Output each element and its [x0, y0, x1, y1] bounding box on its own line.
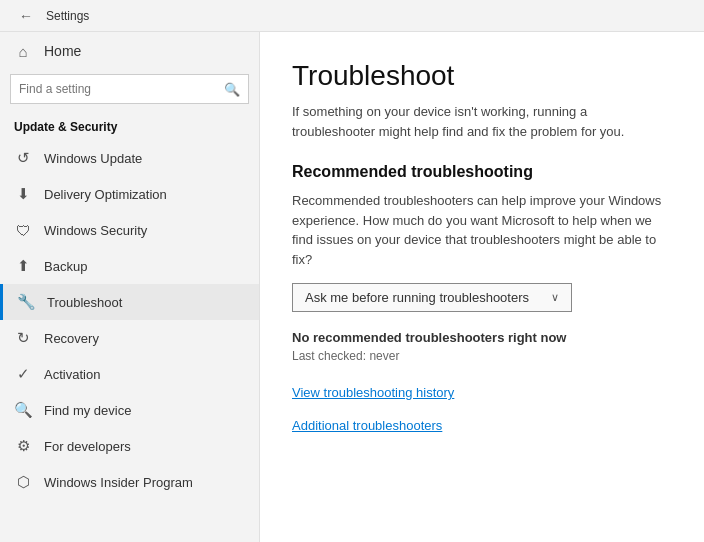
search-input[interactable]: [19, 82, 218, 96]
sidebar: ⌂ Home 🔍 Update & Security ↺Windows Upda…: [0, 32, 260, 542]
dropdown-label: Ask me before running troubleshooters: [305, 290, 529, 305]
sidebar-item-find-my-device[interactable]: 🔍Find my device: [0, 392, 259, 428]
sidebar-item-activation[interactable]: ✓Activation: [0, 356, 259, 392]
search-box[interactable]: 🔍: [10, 74, 249, 104]
backup-icon: ⬆: [14, 257, 32, 275]
view-history-link[interactable]: View troubleshooting history: [292, 385, 672, 400]
last-checked-text: Last checked: never: [292, 349, 672, 363]
troubleshooter-dropdown[interactable]: Ask me before running troubleshooters ∨: [292, 283, 572, 312]
recovery-icon: ↻: [14, 329, 32, 347]
delivery-optimization-icon: ⬇: [14, 185, 32, 203]
sidebar-item-windows-update[interactable]: ↺Windows Update: [0, 140, 259, 176]
find-my-device-icon: 🔍: [14, 401, 32, 419]
sidebar-item-label-windows-insider: Windows Insider Program: [44, 475, 193, 490]
sidebar-item-label-for-developers: For developers: [44, 439, 131, 454]
windows-security-icon: 🛡: [14, 221, 32, 239]
for-developers-icon: ⚙: [14, 437, 32, 455]
sidebar-item-windows-insider[interactable]: ⬡Windows Insider Program: [0, 464, 259, 500]
sidebar-item-home[interactable]: ⌂ Home: [0, 32, 259, 70]
recommended-desc: Recommended troubleshooters can help imp…: [292, 191, 672, 269]
chevron-down-icon: ∨: [551, 291, 559, 304]
sidebar-item-label-delivery-optimization: Delivery Optimization: [44, 187, 167, 202]
sidebar-item-label-activation: Activation: [44, 367, 100, 382]
back-icon: ←: [19, 8, 33, 24]
titlebar: ← Settings: [0, 0, 704, 32]
sidebar-item-windows-security[interactable]: 🛡Windows Security: [0, 212, 259, 248]
home-label: Home: [44, 43, 81, 59]
sidebar-section-title: Update & Security: [0, 114, 259, 140]
sidebar-item-for-developers[interactable]: ⚙For developers: [0, 428, 259, 464]
activation-icon: ✓: [14, 365, 32, 383]
sidebar-item-troubleshoot[interactable]: 🔧Troubleshoot: [0, 284, 259, 320]
sidebar-item-recovery[interactable]: ↻Recovery: [0, 320, 259, 356]
search-icon: 🔍: [224, 82, 240, 97]
back-button[interactable]: ←: [12, 2, 40, 30]
windows-insider-icon: ⬡: [14, 473, 32, 491]
sidebar-item-label-windows-security: Windows Security: [44, 223, 147, 238]
recommended-section: Recommended troubleshooting Recommended …: [292, 163, 672, 363]
sidebar-item-label-backup: Backup: [44, 259, 87, 274]
home-icon: ⌂: [14, 42, 32, 60]
sidebar-item-label-troubleshoot: Troubleshoot: [47, 295, 122, 310]
app-container: ⌂ Home 🔍 Update & Security ↺Windows Upda…: [0, 32, 704, 542]
recommended-heading: Recommended troubleshooting: [292, 163, 672, 181]
titlebar-title: Settings: [46, 9, 89, 23]
sidebar-item-label-windows-update: Windows Update: [44, 151, 142, 166]
nav-items-list: ↺Windows Update⬇Delivery Optimization🛡Wi…: [0, 140, 259, 500]
troubleshoot-icon: 🔧: [17, 293, 35, 311]
windows-update-icon: ↺: [14, 149, 32, 167]
sidebar-item-backup[interactable]: ⬆Backup: [0, 248, 259, 284]
page-title: Troubleshoot: [292, 60, 672, 92]
no-troubleshooters-text: No recommended troubleshooters right now: [292, 330, 672, 345]
additional-troubleshooters-link[interactable]: Additional troubleshooters: [292, 418, 672, 433]
page-subtitle: If something on your device isn't workin…: [292, 102, 672, 141]
sidebar-item-delivery-optimization[interactable]: ⬇Delivery Optimization: [0, 176, 259, 212]
sidebar-item-label-recovery: Recovery: [44, 331, 99, 346]
main-content: Troubleshoot If something on your device…: [260, 32, 704, 542]
sidebar-item-label-find-my-device: Find my device: [44, 403, 131, 418]
